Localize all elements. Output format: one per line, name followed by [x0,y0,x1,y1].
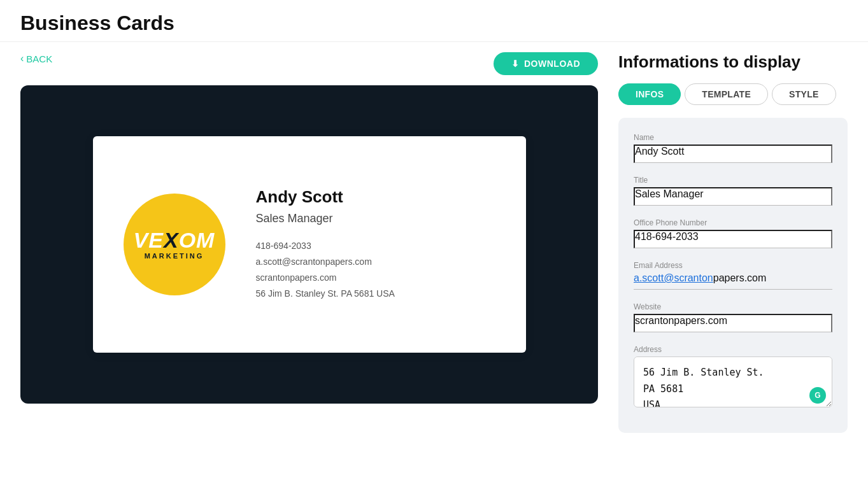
logo-marketing-text: MARKETING [145,252,204,260]
info-panel: Name Title Office Phone Number Email Add… [618,118,848,433]
page-title: Business Cards [20,11,848,35]
title-input[interactable] [634,187,832,206]
address-wrapper: 56 Jim B. Stanley St. PA 5681 USA G [634,356,832,410]
panel-heading: Informations to display [618,52,848,72]
card-stage: VEXOM MARKETING Andy Scott Sales Manager… [20,85,598,404]
tab-style[interactable]: STYLE [772,83,836,105]
email-label: Email Address [634,261,832,270]
toolbar-row: ‹ BACK ⬇ DOWNLOAD [20,52,598,75]
name-label: Name [634,133,832,142]
tab-template[interactable]: TEMPLATE [685,83,768,105]
logo-vexom-text: VEXOM [134,229,215,251]
phone-label: Office Phone Number [634,218,832,227]
back-label: BACK [26,53,52,64]
left-panel: ‹ BACK ⬇ DOWNLOAD VEXOM MARKETING [20,52,598,433]
website-field-group: Website [634,302,832,332]
download-label: DOWNLOAD [524,59,580,69]
website-input[interactable] [634,314,832,332]
card-job-title: Sales Manager [256,212,395,225]
address-label: Address [634,345,832,354]
logo-x: X [164,228,179,252]
back-link[interactable]: ‹ BACK [20,53,52,64]
back-chevron-icon: ‹ [20,53,24,64]
page-header: Business Cards [0,0,868,42]
tab-row: INFOS TEMPLATE STYLE [618,83,848,105]
website-label: Website [634,302,832,311]
name-field-group: Name [634,133,832,163]
address-field-group: Address 56 Jim B. Stanley St. PA 5681 US… [634,345,832,410]
card-name: Andy Scott [256,187,395,207]
address-textarea[interactable]: 56 Jim B. Stanley St. PA 5681 USA [634,356,832,407]
download-button[interactable]: ⬇ DOWNLOAD [494,52,599,75]
email-field-group: Email Address a.scott@scrantonpapers.com [634,261,832,290]
main-content: ‹ BACK ⬇ DOWNLOAD VEXOM MARKETING [0,52,868,433]
title-field-group: Title [634,176,832,206]
card-address: 56 Jim B. Stanley St. PA 5681 USA [256,286,395,302]
business-card: VEXOM MARKETING Andy Scott Sales Manager… [93,136,526,353]
card-phone: 418-694-2033 [256,238,395,254]
email-value: a.scott@scrantonpapers.com [634,272,832,290]
tab-infos[interactable]: INFOS [618,83,681,105]
card-email: a.scott@scrantonpapers.com [256,254,395,270]
email-underline-part: a.scott@scranton [634,272,713,283]
logo-circle: VEXOM MARKETING [124,194,225,295]
grammarly-icon: G [809,387,826,404]
phone-field-group: Office Phone Number [634,218,832,248]
card-contact: 418-694-2033 a.scott@scrantonpapers.com … [256,238,395,302]
title-label: Title [634,176,832,185]
download-icon: ⬇ [511,59,520,69]
phone-input[interactable] [634,230,832,248]
email-plain-part: papers.com [713,272,767,283]
card-info: Andy Scott Sales Manager 418-694-2033 a.… [256,187,395,302]
card-website: scrantonpapers.com [256,270,395,286]
right-panel: Informations to display INFOS TEMPLATE S… [618,52,848,433]
name-input[interactable] [634,145,832,163]
